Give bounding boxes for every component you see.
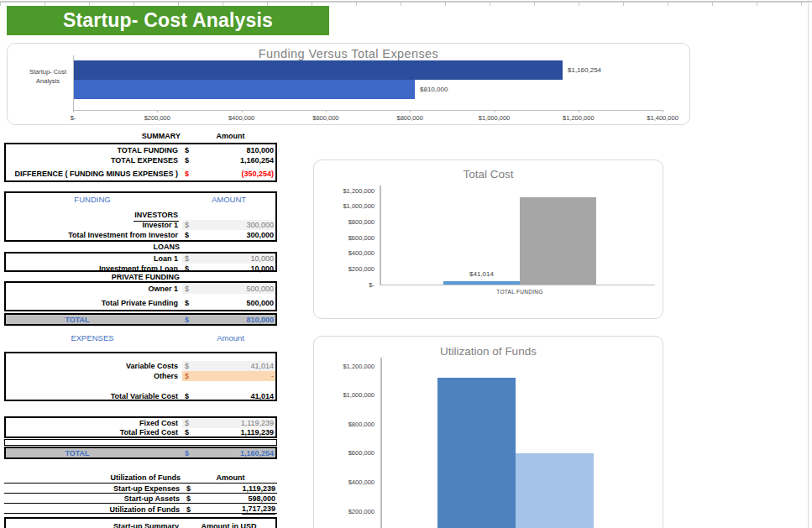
funding-vs-expenses-chart[interactable]: Funding Versus Total Expenses Startup- C… bbox=[7, 43, 690, 125]
currency-symbol: $ bbox=[185, 391, 189, 401]
amount-value: 41,014 bbox=[250, 391, 274, 401]
amount-value: 500,000 bbox=[246, 298, 274, 308]
row-label: Loan 1 bbox=[6, 254, 182, 264]
currency-symbol: $ bbox=[185, 145, 189, 155]
total-cost-chart[interactable]: Total Cost $-$200,000$400,000$600,000$80… bbox=[313, 159, 663, 319]
sheet-title: Startup- Cost Analysis bbox=[63, 9, 273, 32]
y-tick-label: $1,200,000 bbox=[326, 187, 375, 195]
row-label: Fixed Cost bbox=[6, 419, 182, 428]
variable-expenses-table: Variable Costs$41,014Others$-Total Varia… bbox=[4, 352, 277, 401]
row-label: TOTAL EXPENSES bbox=[6, 155, 182, 165]
amount-cell: $1,119,239 bbox=[184, 484, 277, 494]
currency-symbol: $ bbox=[185, 230, 189, 240]
amount-value: 10,000 bbox=[250, 254, 274, 264]
currency-symbol: $ bbox=[185, 169, 189, 179]
table-row: Fixed Cost$1,119,239 bbox=[6, 419, 275, 428]
table-row: DIFFERENCE ( FUNDING MINUS EXPENSES )$(3… bbox=[6, 169, 275, 179]
funding-chart-plot-area: $-$200,000$400,000$600,000$800,000$1,000… bbox=[8, 44, 689, 124]
bar-total-funding bbox=[74, 80, 415, 99]
row-label: Start-up Expenses bbox=[4, 484, 184, 494]
y-tick-label: $600,000 bbox=[326, 449, 375, 457]
table-row: Start-up Assets$598,000 bbox=[4, 494, 277, 504]
axis-tick bbox=[410, 110, 411, 112]
funding-investors-table: FUNDING AMOUNT INVESTORS Investor 1$300,… bbox=[4, 191, 277, 242]
amount-value: 1,160,254 bbox=[240, 155, 274, 165]
section-title-row: INVESTORS bbox=[6, 210, 275, 220]
utilization-table: Utilization of Funds Amount Start-up Exp… bbox=[4, 473, 277, 514]
sheet-title-banner: Startup- Cost Analysis bbox=[7, 6, 329, 35]
y-axis-line bbox=[380, 186, 381, 285]
bar-start-up-assets bbox=[516, 453, 594, 528]
startup-summary-amount: Amount in USD bbox=[182, 521, 275, 528]
x-tick-label: $1,000,000 bbox=[457, 114, 532, 122]
amount-cell: $1,717,239 bbox=[184, 504, 277, 515]
y-tick-label: $- bbox=[326, 281, 375, 289]
table-row: TOTAL FUNDING$810,000 bbox=[6, 145, 275, 155]
amount-value: 598,000 bbox=[248, 494, 275, 504]
loans-rows: Loan 1$10,000Investment from Loan$10,000 bbox=[6, 254, 275, 274]
amount-value: 1,717,239 bbox=[242, 504, 275, 515]
amount-cell[interactable]: $500,000 bbox=[182, 284, 275, 294]
summary-header: SUMMARY Amount bbox=[4, 131, 277, 141]
axis-tick bbox=[326, 110, 327, 112]
table-row: Utilization of Funds$1,717,239 bbox=[4, 504, 277, 514]
amount-value: 1,119,239 bbox=[242, 484, 275, 494]
axis-tick bbox=[157, 110, 158, 112]
currency-symbol: $ bbox=[185, 298, 189, 308]
funding-header-label: FUNDING bbox=[6, 195, 182, 205]
bar-total-fixed-cost bbox=[520, 197, 596, 285]
total-label: TOTAL bbox=[6, 448, 182, 458]
row-label: Variable Costs bbox=[6, 361, 182, 371]
table-row: Total Fixed Cost$1,119,239 bbox=[6, 428, 275, 437]
amount-cell: $1,119,239 bbox=[182, 428, 275, 437]
utilization-rows: Start-up Expenses$1,119,239Start-up Asse… bbox=[4, 484, 277, 514]
currency-symbol: $ bbox=[185, 448, 189, 458]
currency-symbol: $ bbox=[185, 284, 189, 294]
table-row: Owner 1$500,000 bbox=[6, 284, 275, 294]
row-label: Investor 1 bbox=[6, 220, 182, 230]
amount-value: 41,014 bbox=[250, 361, 274, 371]
private-funding-rows: Owner 1$500,000Total Private Funding$500… bbox=[6, 284, 275, 308]
table-row: Total Private Funding$500,000 bbox=[6, 298, 275, 308]
axis-tick bbox=[495, 110, 495, 112]
x-tick-label: $400,000 bbox=[204, 114, 280, 122]
amount-cell[interactable]: $300,000 bbox=[182, 220, 275, 230]
bar-total-variable-cost bbox=[443, 281, 520, 285]
x-axis-line bbox=[73, 110, 663, 111]
x-category-label: TOTAL FUNDING bbox=[469, 289, 570, 295]
bar-total-expenses bbox=[74, 60, 563, 80]
amount-cell: $(350,254) bbox=[182, 169, 275, 179]
x-tick-label: $1,400,000 bbox=[625, 114, 700, 122]
utilization-header: Utilization of Funds Amount bbox=[4, 473, 277, 484]
amount-cell[interactable]: $10,000 bbox=[182, 254, 275, 264]
x-tick-label: $800,000 bbox=[372, 114, 448, 122]
total-cost-plot-area: $-$200,000$400,000$600,000$800,000$1,000… bbox=[314, 160, 663, 318]
funding-header-amount: AMOUNT bbox=[182, 195, 275, 205]
utilization-header-label: Utilization of Funds bbox=[4, 473, 184, 483]
amount-cell[interactable]: $41,014 bbox=[182, 361, 275, 371]
amount-cell[interactable]: $1,119,239 bbox=[182, 419, 275, 428]
currency-symbol: $ bbox=[185, 254, 189, 264]
total-row: TOTAL$810,000 bbox=[6, 315, 275, 324]
total-label: TOTAL bbox=[6, 315, 182, 325]
y-tick-label: $800,000 bbox=[326, 421, 375, 428]
amount-cell: $500,000 bbox=[182, 298, 275, 308]
y-tick-label: $600,000 bbox=[326, 234, 375, 242]
amount-cell: $810,000 bbox=[182, 315, 275, 325]
amount-cell[interactable]: $- bbox=[182, 371, 275, 381]
bar-start-up-expenses bbox=[437, 378, 516, 528]
startup-summary-label: Start-up Summary bbox=[6, 521, 182, 528]
y-tick-label: $400,000 bbox=[326, 249, 375, 257]
utilization-of-funds-chart[interactable]: Utilization of Funds $200,000$400,000$60… bbox=[313, 336, 663, 528]
table-row: Total Variable Cost$41,014 bbox=[6, 391, 275, 401]
currency-symbol: $ bbox=[185, 220, 189, 230]
table-row: TOTAL EXPENSES$1,160,254 bbox=[6, 155, 275, 165]
row-label: Start-up Assets bbox=[4, 494, 184, 504]
amount-cell: $41,014 bbox=[182, 391, 275, 401]
x-tick-label: $- bbox=[35, 114, 111, 122]
amount-value: 1,160,254 bbox=[240, 448, 274, 458]
amount-value: 810,000 bbox=[246, 315, 274, 325]
row-label: Total Fixed Cost bbox=[6, 428, 182, 437]
fixed-expenses-table: Fixed Cost$1,119,239Total Fixed Cost$1,1… bbox=[4, 416, 277, 438]
column-gridline bbox=[808, 0, 809, 528]
